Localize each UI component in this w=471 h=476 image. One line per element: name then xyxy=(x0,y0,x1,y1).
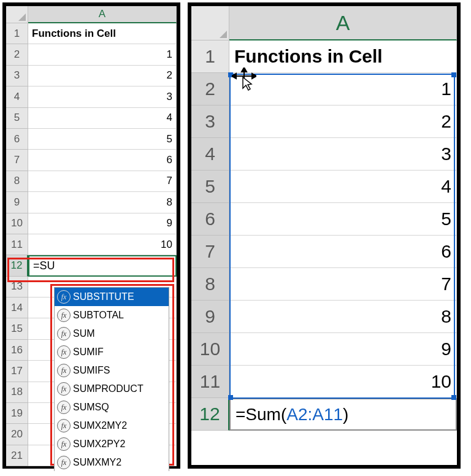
row-header[interactable]: 1 xyxy=(191,40,229,73)
right-screenshot: A 1 Functions in Cell 2 1 3 2 4 3 5 4 6 … xyxy=(188,2,461,469)
cell[interactable]: 8 xyxy=(229,301,457,333)
row-header[interactable]: 3 xyxy=(191,106,229,138)
function-autocomplete: fx SUBSTITUTE fx SUBTOTAL fx SUM fx SUMI… xyxy=(54,287,169,471)
row-header[interactable]: 1 xyxy=(6,23,28,44)
autocomplete-item[interactable]: fx SUMIF xyxy=(55,343,169,361)
cell[interactable]: 9 xyxy=(229,333,457,366)
row-header[interactable]: 10 xyxy=(6,213,28,234)
autocomplete-item[interactable]: fx SUMSQ xyxy=(55,398,169,416)
row-header[interactable]: 8 xyxy=(191,268,229,301)
autocomplete-item[interactable]: fx SUMX2MY2 xyxy=(55,416,169,435)
row-header[interactable]: 8 xyxy=(6,171,28,192)
row-header[interactable]: 20 xyxy=(6,424,28,445)
formula-suffix: ) xyxy=(343,405,348,424)
cell-a1[interactable]: Functions in Cell xyxy=(28,23,177,44)
row-header[interactable]: 7 xyxy=(191,236,229,268)
autocomplete-item[interactable]: fx SUMX2PY2 xyxy=(55,435,169,453)
autocomplete-item[interactable]: fx SUMXMY2 xyxy=(55,453,169,471)
autocomplete-item[interactable]: fx SUBSTITUTE xyxy=(55,288,169,306)
column-header-a[interactable]: A xyxy=(28,6,177,23)
cell[interactable]: 1 xyxy=(229,73,457,106)
fx-icon: fx xyxy=(57,437,71,451)
autocomplete-label: SUBTOTAL xyxy=(73,310,124,321)
autocomplete-label: SUMIFS xyxy=(73,365,110,376)
fx-icon: fx xyxy=(57,327,71,340)
autocomplete-label: SUMIF xyxy=(73,347,104,358)
row-header[interactable]: 21 xyxy=(6,445,28,466)
left-screenshot: A 1 Functions in Cell 2 1 3 2 4 3 5 4 6 … xyxy=(2,2,180,469)
cell[interactable]: 7 xyxy=(229,268,457,301)
row-header[interactable]: 11 xyxy=(6,234,28,255)
select-all-corner[interactable] xyxy=(6,6,28,23)
select-all-corner[interactable] xyxy=(191,6,229,40)
row-header[interactable]: 6 xyxy=(191,203,229,236)
row-header[interactable]: 2 xyxy=(191,73,229,106)
row-header[interactable]: 12 xyxy=(191,398,229,431)
autocomplete-item[interactable]: fx SUMIFS xyxy=(55,361,169,380)
row-header[interactable]: 5 xyxy=(6,108,28,129)
fx-icon: fx xyxy=(57,382,71,396)
column-header-a[interactable]: A xyxy=(229,6,457,40)
autocomplete-item[interactable]: fx SUBTOTAL xyxy=(55,306,169,324)
row-header[interactable]: 18 xyxy=(6,382,28,403)
cell[interactable]: 5 xyxy=(28,129,177,150)
cell-a12-formula[interactable]: =Sum(A2:A11) xyxy=(229,398,457,431)
cell[interactable]: 3 xyxy=(28,86,177,107)
fx-icon: fx xyxy=(57,419,71,432)
cell[interactable]: 6 xyxy=(28,150,177,171)
cell[interactable]: 2 xyxy=(28,66,177,86)
autocomplete-label: SUMPRODUCT xyxy=(73,383,144,394)
row-header[interactable]: 5 xyxy=(191,171,229,203)
row-header[interactable]: 6 xyxy=(6,129,28,150)
cell[interactable]: 4 xyxy=(229,171,457,203)
fx-icon: fx xyxy=(57,290,71,304)
row-header[interactable]: 15 xyxy=(6,318,28,339)
row-header[interactable]: 4 xyxy=(6,86,28,107)
row-header[interactable]: 9 xyxy=(6,192,28,213)
autocomplete-label: SUBSTITUTE xyxy=(73,291,134,302)
fx-icon: fx xyxy=(57,401,71,414)
row-header[interactable]: 4 xyxy=(191,138,229,171)
autocomplete-label: SUMX2PY2 xyxy=(73,439,125,450)
autocomplete-item[interactable]: fx SUMPRODUCT xyxy=(55,380,169,398)
row-header[interactable]: 7 xyxy=(6,150,28,171)
row-header[interactable]: 16 xyxy=(6,340,28,361)
row-header[interactable]: 11 xyxy=(191,366,229,398)
cell[interactable]: 2 xyxy=(229,106,457,138)
autocomplete-label: SUMXMY2 xyxy=(73,457,121,468)
row-header[interactable]: 14 xyxy=(6,298,28,318)
row-header[interactable]: 13 xyxy=(6,277,28,298)
cell[interactable]: 8 xyxy=(28,192,177,213)
row-header[interactable]: 3 xyxy=(6,66,28,86)
row-header[interactable]: 2 xyxy=(6,44,28,65)
autocomplete-label: SUMX2MY2 xyxy=(73,420,127,431)
cell[interactable]: 5 xyxy=(229,203,457,236)
cell-a1[interactable]: Functions in Cell xyxy=(229,40,457,73)
cell[interactable]: 9 xyxy=(28,213,177,234)
cell[interactable]: 3 xyxy=(229,138,457,171)
row-header[interactable]: 10 xyxy=(191,333,229,366)
fx-icon: fx xyxy=(57,456,71,469)
row-header[interactable]: 12 xyxy=(6,255,28,276)
cell[interactable]: 7 xyxy=(28,171,177,192)
cell-a12-editing[interactable]: =SU xyxy=(28,255,177,276)
cell[interactable]: 10 xyxy=(28,234,177,255)
cell[interactable]: 4 xyxy=(28,108,177,129)
fx-icon: fx xyxy=(57,309,71,322)
cell[interactable]: 10 xyxy=(229,366,457,398)
row-header[interactable]: 17 xyxy=(6,361,28,382)
cell[interactable]: 1 xyxy=(28,44,177,65)
autocomplete-item[interactable]: fx SUM xyxy=(55,324,169,343)
fx-icon: fx xyxy=(57,345,71,359)
formula-prefix: =Sum( xyxy=(236,405,286,424)
autocomplete-label: SUMSQ xyxy=(73,402,109,413)
row-header[interactable]: 19 xyxy=(6,403,28,424)
cell[interactable]: 6 xyxy=(229,236,457,268)
row-header[interactable]: 9 xyxy=(191,301,229,333)
formula-range: A2:A11 xyxy=(286,405,343,424)
fx-icon: fx xyxy=(57,364,71,377)
autocomplete-label: SUM xyxy=(73,328,95,339)
